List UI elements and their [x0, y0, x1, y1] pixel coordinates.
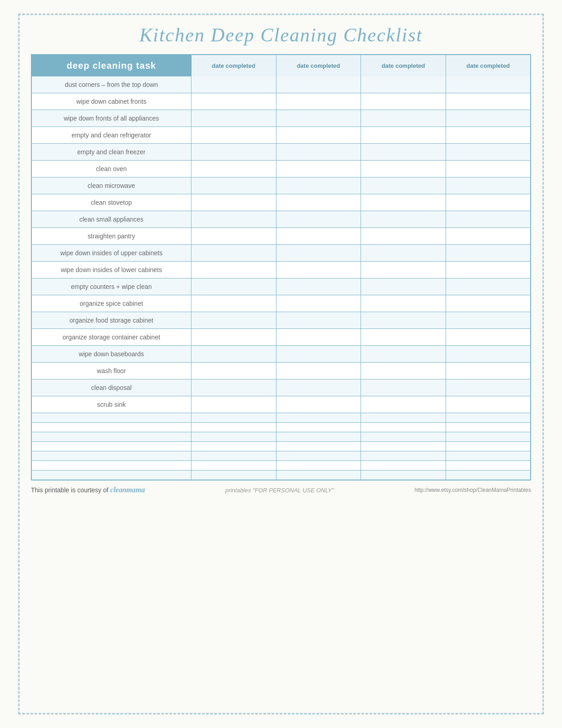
date-cell[interactable] [276, 211, 361, 228]
date-cell[interactable] [446, 470, 531, 480]
date-cell[interactable] [361, 379, 446, 396]
date-cell[interactable] [446, 451, 531, 461]
date-cell[interactable] [361, 93, 446, 110]
date-cell[interactable] [361, 312, 446, 329]
date-cell[interactable] [446, 329, 531, 346]
date-cell[interactable] [446, 312, 531, 329]
date-cell[interactable] [276, 278, 361, 295]
date-cell[interactable] [361, 177, 446, 194]
date-cell[interactable] [191, 346, 276, 363]
date-cell[interactable] [446, 127, 531, 144]
date-cell[interactable] [361, 211, 446, 228]
date-cell[interactable] [276, 127, 361, 144]
date-cell[interactable] [361, 442, 446, 451]
date-cell[interactable] [191, 262, 276, 278]
date-cell[interactable] [361, 461, 446, 470]
date-cell[interactable] [276, 194, 361, 211]
date-cell[interactable] [361, 295, 446, 312]
date-cell[interactable] [276, 93, 361, 110]
date-cell[interactable] [276, 144, 361, 161]
date-cell[interactable] [361, 346, 446, 363]
date-cell[interactable] [276, 262, 361, 278]
date-cell[interactable] [276, 363, 361, 379]
date-cell[interactable] [191, 144, 276, 161]
date-cell[interactable] [361, 245, 446, 262]
date-cell[interactable] [276, 413, 361, 423]
date-cell[interactable] [276, 396, 361, 413]
date-cell[interactable] [276, 379, 361, 396]
date-cell[interactable] [446, 379, 531, 396]
date-cell[interactable] [361, 423, 446, 432]
date-cell[interactable] [446, 211, 531, 228]
date-cell[interactable] [191, 312, 276, 329]
date-cell[interactable] [191, 228, 276, 245]
date-cell[interactable] [361, 194, 446, 211]
date-cell[interactable] [191, 127, 276, 144]
date-cell[interactable] [276, 470, 361, 480]
date-cell[interactable] [276, 177, 361, 194]
date-cell[interactable] [446, 177, 531, 194]
date-cell[interactable] [191, 470, 276, 480]
date-cell[interactable] [276, 423, 361, 432]
date-cell[interactable] [446, 363, 531, 379]
date-cell[interactable] [191, 423, 276, 432]
date-cell[interactable] [191, 442, 276, 451]
date-cell[interactable] [446, 161, 531, 177]
date-cell[interactable] [191, 461, 276, 470]
date-cell[interactable] [361, 432, 446, 442]
date-cell[interactable] [191, 177, 276, 194]
date-cell[interactable] [446, 278, 531, 295]
date-cell[interactable] [276, 312, 361, 329]
date-cell[interactable] [191, 76, 276, 93]
date-cell[interactable] [361, 110, 446, 127]
date-cell[interactable] [361, 470, 446, 480]
date-cell[interactable] [361, 127, 446, 144]
date-cell[interactable] [191, 379, 276, 396]
date-cell[interactable] [276, 295, 361, 312]
date-cell[interactable] [276, 329, 361, 346]
date-cell[interactable] [276, 432, 361, 442]
date-cell[interactable] [361, 329, 446, 346]
date-cell[interactable] [361, 451, 446, 461]
date-cell[interactable] [446, 194, 531, 211]
date-cell[interactable] [446, 432, 531, 442]
date-cell[interactable] [191, 93, 276, 110]
date-cell[interactable] [191, 110, 276, 127]
date-cell[interactable] [276, 161, 361, 177]
date-cell[interactable] [446, 461, 531, 470]
date-cell[interactable] [191, 363, 276, 379]
date-cell[interactable] [446, 295, 531, 312]
date-cell[interactable] [191, 413, 276, 423]
date-cell[interactable] [361, 76, 446, 93]
date-cell[interactable] [446, 228, 531, 245]
date-cell[interactable] [361, 262, 446, 278]
date-cell[interactable] [446, 442, 531, 451]
date-cell[interactable] [276, 461, 361, 470]
date-cell[interactable] [446, 76, 531, 93]
date-cell[interactable] [191, 329, 276, 346]
date-cell[interactable] [361, 396, 446, 413]
date-cell[interactable] [191, 194, 276, 211]
date-cell[interactable] [191, 451, 276, 461]
date-cell[interactable] [361, 228, 446, 245]
date-cell[interactable] [276, 228, 361, 245]
date-cell[interactable] [446, 245, 531, 262]
date-cell[interactable] [361, 278, 446, 295]
date-cell[interactable] [191, 161, 276, 177]
date-cell[interactable] [446, 423, 531, 432]
date-cell[interactable] [191, 245, 276, 262]
date-cell[interactable] [446, 144, 531, 161]
date-cell[interactable] [276, 346, 361, 363]
date-cell[interactable] [446, 262, 531, 278]
date-cell[interactable] [361, 144, 446, 161]
date-cell[interactable] [446, 396, 531, 413]
date-cell[interactable] [276, 442, 361, 451]
date-cell[interactable] [191, 396, 276, 413]
date-cell[interactable] [446, 110, 531, 127]
date-cell[interactable] [276, 245, 361, 262]
date-cell[interactable] [191, 211, 276, 228]
date-cell[interactable] [446, 93, 531, 110]
date-cell[interactable] [276, 110, 361, 127]
date-cell[interactable] [276, 451, 361, 461]
date-cell[interactable] [361, 363, 446, 379]
